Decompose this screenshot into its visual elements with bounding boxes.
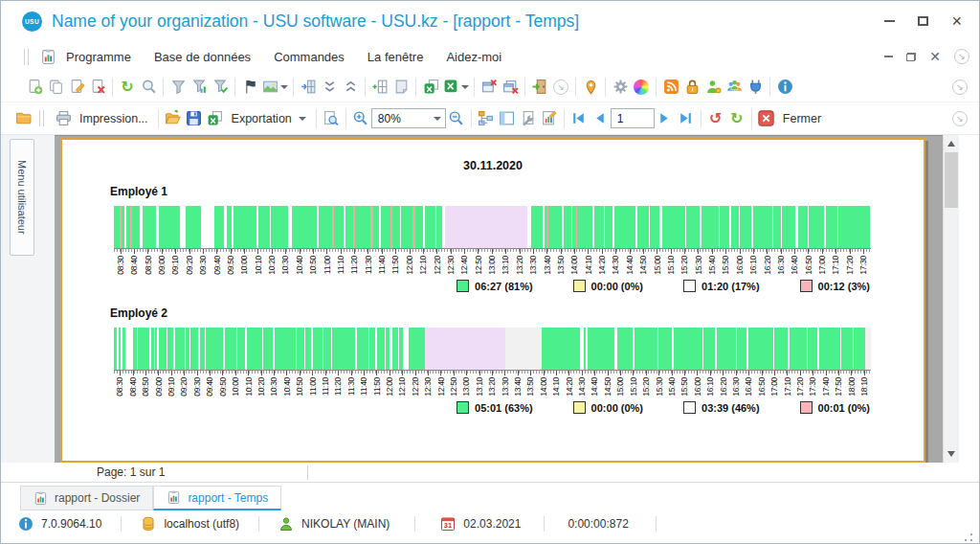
note-icon[interactable] [390, 77, 412, 98]
filter-icon[interactable] [167, 77, 189, 98]
stop-icon[interactable]: ↺ [705, 108, 726, 129]
vertical-scrollbar[interactable] [943, 135, 959, 463]
menu-item-4[interactable]: Aidez-moi [446, 50, 501, 64]
user-menu-folder-icon[interactable] [12, 108, 33, 129]
bar-segment [445, 206, 527, 248]
toolbar-overflow-icon[interactable]: ↘ [952, 79, 968, 95]
nav-prev-page-button[interactable] [590, 108, 611, 129]
excel-copy-icon[interactable] [420, 77, 441, 98]
axis-tick-cell: 12:00 [384, 371, 396, 397]
insert-column-icon[interactable] [298, 77, 319, 98]
report-toolbar: Impression... Exportation 80% ↺ ↻ Fermer… [1, 102, 979, 135]
flag-icon[interactable] [239, 77, 260, 98]
search-icon[interactable] [138, 77, 159, 98]
filter-report-icon[interactable] [189, 77, 210, 98]
copy-record-button[interactable] [45, 77, 66, 98]
scroll-up-icon[interactable] [947, 141, 955, 147]
rss-icon[interactable] [660, 77, 681, 98]
axis-tick-cell: 12:40 [434, 371, 447, 397]
plugin-icon[interactable] [745, 77, 766, 98]
delete-record-button[interactable] [87, 77, 108, 98]
tab-rapport-temps[interactable]: rapport - Temps [153, 486, 281, 510]
nav-first-page-button[interactable] [568, 108, 590, 129]
nav-last-page-button[interactable] [676, 108, 697, 129]
collapse-all-icon[interactable] [319, 77, 340, 98]
filter-check-icon[interactable] [210, 77, 231, 98]
bar-segment [159, 206, 180, 248]
user-permissions-icon[interactable] [702, 77, 724, 98]
location-pin-icon[interactable] [580, 77, 601, 98]
structure-view-icon[interactable] [476, 108, 497, 129]
mdi-close-button[interactable]: ✕ [929, 50, 941, 63]
refresh-report-icon[interactable]: ↻ [726, 108, 747, 129]
toolbar-grip[interactable] [24, 49, 29, 65]
excel-export-icon[interactable] [441, 77, 470, 98]
menu-item-3[interactable]: La fenêtre [368, 50, 424, 64]
bar-segment [782, 206, 795, 248]
menu-item-0[interactable]: Programme [66, 50, 131, 64]
expand-all-icon[interactable] [340, 77, 361, 98]
exportation-excel-icon[interactable] [205, 108, 226, 129]
fermer-button[interactable]: Fermer [777, 110, 827, 127]
panels-view-icon[interactable] [497, 108, 518, 129]
timeline-legend: 05:01 (63%)00:00 (0%)03:39 (46%)00:01 (0… [62, 400, 870, 416]
bar-segment [313, 328, 323, 370]
close-all-windows-icon[interactable] [500, 77, 521, 98]
mdi-minimize-button[interactable] [884, 56, 893, 57]
bar-segment [159, 328, 167, 370]
page-number-input[interactable] [611, 108, 655, 128]
new-record-button[interactable] [24, 77, 45, 98]
axis-tick-cell: 08:50 [140, 371, 152, 397]
close-button[interactable]: × [951, 12, 962, 30]
minimize-button[interactable] [884, 20, 895, 22]
user-menu-tab[interactable]: Menu utilisateur [10, 139, 34, 256]
axis-tick-cell: 11:40 [375, 249, 389, 275]
settings-gear-icon[interactable] [610, 77, 631, 98]
menu-item-2[interactable]: Commandes [274, 50, 345, 64]
nav-next-page-button[interactable] [655, 108, 676, 129]
about-info-icon[interactable] [774, 77, 795, 98]
zoom-in-icon[interactable] [350, 108, 371, 129]
zoom-combobox[interactable]: 80% [371, 108, 446, 128]
exit-door-icon[interactable] [529, 77, 550, 98]
print-preview-icon[interactable] [321, 108, 342, 129]
bar-segment [854, 328, 865, 370]
service-wrench-icon[interactable] [518, 108, 539, 129]
maximize-button[interactable] [918, 16, 928, 26]
toolbar-overflow-icon[interactable]: ↘ [954, 49, 969, 64]
fermer-icon[interactable] [756, 108, 777, 129]
axis-tick-cell: 17:40 [819, 371, 832, 397]
close-window-icon[interactable] [479, 77, 500, 98]
print-icon[interactable] [53, 108, 74, 129]
zoom-out-icon[interactable] [446, 108, 467, 129]
scrollbar-thumb[interactable] [945, 152, 958, 208]
axis-tick-cell: 17:50 [833, 371, 845, 397]
refresh-icon[interactable]: ↻ [117, 77, 138, 98]
image-picker-icon[interactable] [260, 77, 289, 98]
tab-rapport-dossier[interactable]: rapport - Dossier [20, 486, 153, 510]
axis-tick-cell: 14:50 [601, 371, 613, 397]
edit-record-button[interactable] [66, 77, 87, 98]
color-wheel-icon[interactable] [631, 77, 652, 98]
legend-swatch [457, 401, 469, 414]
security-lock-icon[interactable] [681, 77, 702, 98]
impression-button[interactable]: Impression... [74, 110, 154, 127]
exportation-button[interactable]: Exportation [226, 110, 312, 127]
mdi-restore-button[interactable] [906, 53, 916, 61]
bar-segment [531, 206, 543, 248]
open-report-icon[interactable] [163, 108, 184, 129]
info-icon [18, 516, 33, 532]
resize-grip[interactable] [964, 533, 973, 542]
menu-item-1[interactable]: Base de données [154, 50, 251, 64]
add-column-icon[interactable] [369, 77, 390, 98]
toolbar-overflow-icon[interactable]: ↘ [952, 111, 968, 126]
save-report-icon[interactable] [184, 108, 205, 129]
axis-tick-cell: 11:50 [390, 249, 403, 275]
exportation-label: Exportation [232, 112, 292, 125]
design-report-icon[interactable] [539, 108, 560, 129]
axis-tick-cell: 13:50 [524, 371, 537, 397]
axis-tick-cell: 12:30 [444, 249, 457, 275]
axis-tick-cell: 16:00 [733, 249, 746, 275]
scroll-down-icon[interactable] [947, 451, 955, 457]
user-groups-icon[interactable] [724, 77, 745, 98]
